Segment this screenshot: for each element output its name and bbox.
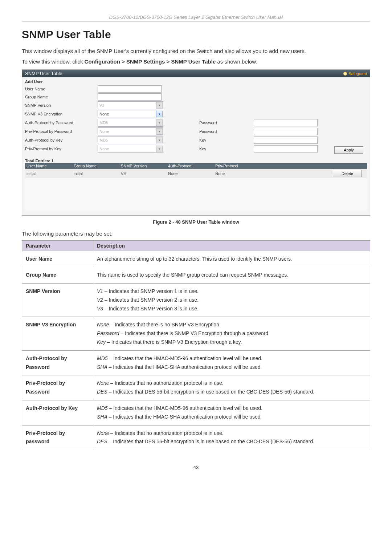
chevron-down-icon: ▾ xyxy=(156,119,163,126)
opt-rest: – Indicates that SNMP version 2 is in us… xyxy=(103,297,199,303)
intro-line-1: This window displays all of the SNMP Use… xyxy=(22,47,370,56)
opt: V1 xyxy=(97,288,103,294)
param-priv-protocol-password: Priv-Protocol by Password xyxy=(22,375,93,400)
table-row: initial initial V3 None None Delete xyxy=(25,169,367,178)
safeguard-badge: Safeguard xyxy=(343,72,367,76)
priv-protocol-password-select[interactable]: None ▾ xyxy=(98,127,163,135)
intro-suffix: as shown below: xyxy=(216,58,257,65)
param-snmp-version: SNMP Version xyxy=(22,284,93,317)
safeguard-label: Safeguard xyxy=(348,72,367,76)
auth-protocol-password-select[interactable]: MD5 ▾ xyxy=(98,119,163,127)
panel-title-bar: SNMP User Table Safeguard xyxy=(22,70,370,77)
cell-user-name: initial xyxy=(26,171,74,176)
opt: Key xyxy=(97,339,106,345)
param-priv-protocol-password-2: Priv-Protocol by password xyxy=(22,425,93,450)
params-intro: The following parameters may be set: xyxy=(22,230,370,238)
add-user-heading: Add User xyxy=(25,80,367,84)
snmp-user-table-panel: SNMP User Table Safeguard Add User User … xyxy=(22,69,370,216)
group-name-input[interactable] xyxy=(98,93,162,101)
figure-caption: Figure 2 - 48 SNMP User Table window xyxy=(22,219,370,225)
th-group-name: Group Name xyxy=(74,164,121,168)
opt-rest: – Indicates that DES 56-bit encryption i… xyxy=(107,439,314,444)
panel-title: SNMP User Table xyxy=(25,71,62,76)
opt: SHA xyxy=(97,414,107,420)
param-user-name: User Name xyxy=(22,251,93,267)
opt: Password xyxy=(97,330,119,336)
label-key-1: Key xyxy=(163,138,254,142)
priv-protocol-key-select[interactable]: None ▾ xyxy=(98,145,163,153)
chevron-down-icon: ▾ xyxy=(156,102,163,109)
opt: V3 xyxy=(97,306,103,311)
opt: DES xyxy=(97,439,107,444)
label-password-1: Password xyxy=(163,121,254,125)
total-entries-label: Total Entries: 1 xyxy=(25,159,367,163)
intro-line-2: To view this window, click Configuration… xyxy=(22,58,370,66)
opt-rest: – Indicates that there is no SNMP V3 Enc… xyxy=(109,322,219,327)
priv-key-input[interactable] xyxy=(254,145,318,152)
param-auth-protocol-password: Auth-Protocol by Password xyxy=(22,350,93,375)
label-auth-protocol-password: Auth-Protocol by Password xyxy=(25,121,98,125)
th-description: Description xyxy=(93,240,370,251)
opt-rest: – Indicates that DES 56-bit encryption i… xyxy=(107,389,314,395)
desc-group-name: This name is used to specify the SNMP gr… xyxy=(93,267,370,284)
cell-priv-protocol: None xyxy=(215,171,333,176)
snmp-v3-encryption-value: None xyxy=(99,112,109,116)
snmp-v3-encryption-select[interactable]: None ▾ xyxy=(98,110,163,118)
auth-protocol-key-value: MD5 xyxy=(99,138,108,142)
auth-password-input[interactable] xyxy=(254,119,318,126)
label-password-2: Password xyxy=(163,129,254,134)
shield-icon xyxy=(343,72,347,76)
opt: None xyxy=(97,430,109,436)
snmp-version-value: V3 xyxy=(99,103,104,107)
opt: DES xyxy=(97,389,107,395)
apply-button[interactable]: Apply xyxy=(334,146,363,154)
opt-rest: – Indicates that the HMAC-SHA authentica… xyxy=(107,414,262,420)
label-auth-protocol-key: Auth-Protocol by Key xyxy=(25,138,98,142)
desc-snmp-v3-encryption: None – Indicates that there is no SNMP V… xyxy=(93,317,370,350)
th-auth-protocol: Auth-Protocol xyxy=(168,164,215,168)
breadcrumb: Configuration > SNMP Settings > SNMP Use… xyxy=(85,58,216,65)
chevron-down-icon: ▾ xyxy=(156,128,163,135)
label-user-name: User Name xyxy=(25,87,98,91)
label-group-name: Group Name xyxy=(25,95,98,99)
opt-rest: – Indicates that SNMP version 3 is in us… xyxy=(103,306,199,311)
page-number: 43 xyxy=(22,465,370,470)
opt-rest: – Indicates that no authorization protoc… xyxy=(109,430,223,436)
delete-button[interactable]: Delete xyxy=(333,170,362,177)
th-snmp-version: SNMP Version xyxy=(121,164,168,168)
auth-key-input[interactable] xyxy=(254,137,318,144)
opt-rest: – Indicates that no authorization protoc… xyxy=(109,380,223,386)
priv-password-input[interactable] xyxy=(254,128,318,135)
chevron-down-icon: ▾ xyxy=(156,111,163,117)
chevron-down-icon: ▾ xyxy=(156,137,163,143)
auth-protocol-key-select[interactable]: MD5 ▾ xyxy=(98,136,163,144)
opt-rest: – Indicates that there is SNMP V3 Encryp… xyxy=(106,339,242,345)
running-header: DGS-3700-12/DGS-3700-12G Series Layer 2 … xyxy=(22,15,370,22)
th-user-name: User Name xyxy=(26,164,74,168)
opt: SHA xyxy=(97,364,107,370)
panel-body: Add User User Name Group Name SNMP Versi… xyxy=(22,77,370,215)
desc-auth-protocol-password: MD5 – Indicates that the HMAC-MD5-96 aut… xyxy=(93,350,370,375)
label-priv-protocol-password: Priv-Protocol by Password xyxy=(25,129,98,134)
opt-rest: – Indicates that there is SNMP V3 Encryp… xyxy=(119,330,268,336)
opt-rest: – Indicates that the HMAC-MD5-96 authent… xyxy=(108,355,262,361)
chevron-down-icon: ▾ xyxy=(156,146,163,152)
opt: V2 xyxy=(97,297,103,303)
th-priv-protocol: Priv-Protocol xyxy=(215,164,333,168)
entries-table-header: User Name Group Name SNMP Version Auth-P… xyxy=(25,163,367,169)
label-snmp-v3-encryption: SNMP V3 Encryption xyxy=(25,112,98,116)
page-title: SNMP User Table xyxy=(22,28,370,41)
opt: None xyxy=(97,380,109,386)
empty-area xyxy=(25,178,367,211)
opt-rest: – Indicates that SNMP version 1 is in us… xyxy=(103,288,199,294)
label-priv-protocol-key: Priv-Protocol by Key xyxy=(25,147,98,151)
label-snmp-version: SNMP Version xyxy=(25,103,98,107)
snmp-version-select[interactable]: V3 ▾ xyxy=(98,101,163,109)
th-parameter: Parameter xyxy=(22,240,93,251)
priv-protocol-key-value: None xyxy=(99,147,109,151)
param-snmp-v3-encryption: SNMP V3 Encryption xyxy=(22,317,93,350)
intro-prefix: To view this window, click xyxy=(22,58,85,65)
user-name-input[interactable] xyxy=(98,85,162,93)
desc-priv-protocol-password: None – Indicates that no authorization p… xyxy=(93,375,370,400)
cell-snmp-version: V3 xyxy=(121,171,168,176)
